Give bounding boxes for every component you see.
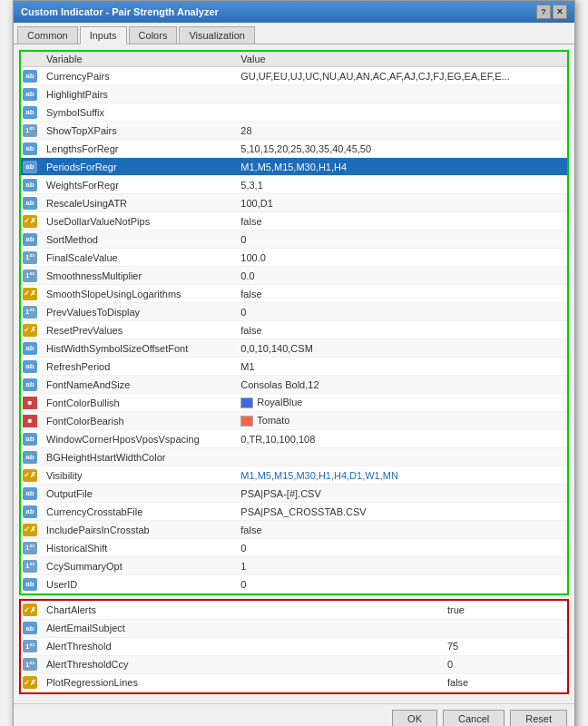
clr-icon: ■ bbox=[23, 397, 37, 409]
ab-icon: ab bbox=[23, 197, 37, 210]
value-cell: false bbox=[235, 212, 567, 231]
table-row[interactable]: 1²³SmoothnessMultiplier0.0 bbox=[21, 267, 567, 285]
table-row[interactable]: ■FontColorBullishRoyalBlue bbox=[21, 394, 567, 412]
value-cell: Consolas Bold,12 bbox=[235, 376, 567, 394]
bool-icon: ✓✗ bbox=[23, 676, 37, 689]
table-row[interactable]: ✓✗ResetPrevValuesfalse bbox=[21, 321, 567, 339]
bool-icon: ✓✗ bbox=[23, 469, 37, 482]
variable-cell: BGHeightHstartWidthColor bbox=[41, 448, 235, 466]
table-row[interactable]: 1²³CcySummaryOpt1 bbox=[21, 557, 567, 575]
table-row[interactable]: abHighlightPairs bbox=[21, 85, 567, 103]
table-row[interactable]: ✓✗UseDollarValueNotPipsfalse bbox=[21, 212, 567, 231]
variable-cell: Visibility bbox=[41, 466, 235, 485]
table-row[interactable]: abWeightsForRegr5,3,1 bbox=[21, 176, 567, 194]
table-row[interactable]: abLengthsForRegr5,10,15,20,25,30,35,40,4… bbox=[21, 140, 567, 158]
variable-cell: PrevValuesToDisplay bbox=[41, 303, 235, 321]
variable-cell: FontColorBullish bbox=[41, 394, 235, 412]
reset-button[interactable]: Reset bbox=[510, 710, 567, 727]
table-row[interactable]: abWindowCornerHposVposVspacing0,TR,10,10… bbox=[21, 430, 567, 448]
variable-cell: RescaleUsingATR bbox=[41, 194, 235, 212]
table-row[interactable]: ✓✗PlotRegressionLinesfalse bbox=[21, 673, 567, 692]
table-row[interactable]: 1²³HistoricalShift0 bbox=[21, 539, 567, 557]
value-cell: RoyalBlue bbox=[235, 394, 567, 412]
value-cell: 75 bbox=[442, 637, 567, 655]
table-row[interactable]: abUserID0 bbox=[21, 575, 567, 594]
value-cell: 1 bbox=[235, 557, 567, 575]
ab-icon: ab bbox=[23, 142, 37, 155]
table-row[interactable]: 1²³PrevValuesToDisplay0 bbox=[21, 303, 567, 321]
table-row[interactable]: abOutputFilePSA|PSA-[#].CSV bbox=[21, 485, 567, 503]
num-icon: 1²³ bbox=[23, 306, 37, 319]
variable-cell: WeightsForRegr bbox=[41, 176, 235, 194]
value-cell bbox=[235, 85, 567, 103]
table-row[interactable]: abRefreshPeriodM1 bbox=[21, 358, 567, 376]
num-icon: 1²³ bbox=[23, 658, 37, 671]
col-value: Value bbox=[235, 52, 567, 67]
value-cell: M1,M5,M15,M30,H1,H4 bbox=[235, 158, 567, 176]
table-row[interactable]: ✓✗ChartAlertstrue bbox=[21, 601, 567, 619]
table-row[interactable]: ✓✗IncludePairsInCrosstabfalse bbox=[21, 521, 567, 539]
value-cell: GU,UF,EU,UJ,UC,NU,AU,AN,AC,AF,AJ,CJ,FJ,E… bbox=[235, 67, 567, 85]
table-row[interactable]: abCurrencyPairsGU,UF,EU,UJ,UC,NU,AU,AN,A… bbox=[21, 67, 567, 85]
table-row[interactable]: abAlertEmailSubject bbox=[21, 619, 567, 637]
value-cell bbox=[235, 103, 567, 122]
footer: OK Cancel Reset bbox=[14, 703, 574, 727]
table-row[interactable]: abSortMethod0 bbox=[21, 231, 567, 249]
num-icon: 1²³ bbox=[23, 542, 37, 554]
value-cell: false bbox=[235, 285, 567, 303]
help-button[interactable]: ? bbox=[536, 5, 551, 19]
table-row[interactable]: ✓✗VisibilityM1,M5,M15,M30,H1,H4,D1,W1,MN bbox=[21, 466, 567, 485]
value-cell: 0 bbox=[235, 231, 567, 249]
variable-cell: HistWidthSymbolSizeOffsetFont bbox=[41, 339, 235, 358]
ab-icon: ab bbox=[23, 451, 37, 464]
table-row[interactable]: 1²³ShowTopXPairs28 bbox=[21, 122, 567, 140]
red-section: ✓✗ChartAlertstrueabAlertEmailSubject1²³A… bbox=[19, 599, 569, 694]
ab-icon: ab bbox=[23, 433, 37, 446]
ab-icon: ab bbox=[23, 360, 37, 373]
table-row[interactable]: abHistWidthSymbolSizeOffsetFont0,0,10,14… bbox=[21, 339, 567, 358]
variable-cell: UserID bbox=[41, 575, 235, 594]
table-row[interactable]: abPeriodsForRegrM1,M5,M15,M30,H1,H4 bbox=[21, 158, 567, 176]
ab-icon: ab bbox=[23, 487, 37, 500]
value-cell: false bbox=[235, 521, 567, 539]
tab-common[interactable]: Common bbox=[17, 26, 78, 44]
ab-icon: ab bbox=[23, 378, 37, 391]
variable-cell: OutputFile bbox=[41, 485, 235, 503]
green-section: Variable Value abCurrencyPairsGU,UF,EU,U… bbox=[19, 50, 569, 595]
variable-cell: HighlightPairs bbox=[41, 85, 235, 103]
table-row[interactable]: ■FontColorBearishTomato bbox=[21, 412, 567, 430]
variable-cell: ChartAlerts bbox=[41, 601, 442, 619]
ok-button[interactable]: OK bbox=[392, 710, 437, 727]
bool-icon: ✓✗ bbox=[23, 288, 37, 300]
variable-cell: WindowCornerHposVposVspacing bbox=[41, 430, 235, 448]
value-cell: M1,M5,M15,M30,H1,H4,D1,W1,MN bbox=[235, 466, 567, 485]
ab-icon: ab bbox=[23, 88, 37, 101]
table-row[interactable]: 1²³AlertThreshold75 bbox=[21, 637, 567, 655]
cancel-button[interactable]: Cancel bbox=[443, 710, 505, 727]
table-row[interactable]: 1²³FinalScaleValue100.0 bbox=[21, 249, 567, 267]
tab-inputs[interactable]: Inputs bbox=[80, 26, 127, 44]
clr-icon: ■ bbox=[23, 415, 37, 427]
table-row[interactable]: abCurrencyCrosstabFilePSA|PSA_CROSSTAB.C… bbox=[21, 503, 567, 521]
color-swatch bbox=[240, 416, 253, 427]
variable-cell: FontNameAndSize bbox=[41, 376, 235, 394]
table-row[interactable]: abBGHeightHstartWidthColor bbox=[21, 448, 567, 466]
table-row[interactable]: abSymbolSuffix bbox=[21, 103, 567, 122]
tab-colors[interactable]: Colors bbox=[129, 26, 178, 44]
value-cell: M1 bbox=[235, 358, 567, 376]
variable-cell: CurrencyPairs bbox=[41, 67, 235, 85]
table-row[interactable]: abFontNameAndSizeConsolas Bold,12 bbox=[21, 376, 567, 394]
ab-icon: ab bbox=[23, 179, 37, 191]
close-button[interactable]: ✕ bbox=[553, 5, 567, 19]
value-cell: PSA|PSA_CROSSTAB.CSV bbox=[235, 503, 567, 521]
ab-icon: ab bbox=[23, 233, 37, 246]
value-cell: 5,10,15,20,25,30,35,40,45,50 bbox=[235, 140, 567, 158]
table-row[interactable]: ✓✗SmoothSlopeUsingLogarithmsfalse bbox=[21, 285, 567, 303]
value-cell: 5,3,1 bbox=[235, 176, 567, 194]
value-cell: 0 bbox=[442, 655, 567, 673]
variable-cell: IncludePairsInCrosstab bbox=[41, 521, 235, 539]
table-row[interactable]: 1²³AlertThresholdCcy0 bbox=[21, 655, 567, 673]
table-row[interactable]: abRescaleUsingATR100,D1 bbox=[21, 194, 567, 212]
tab-bar: Common Inputs Colors Visualization bbox=[14, 23, 574, 44]
tab-visualization[interactable]: Visualization bbox=[179, 26, 255, 44]
